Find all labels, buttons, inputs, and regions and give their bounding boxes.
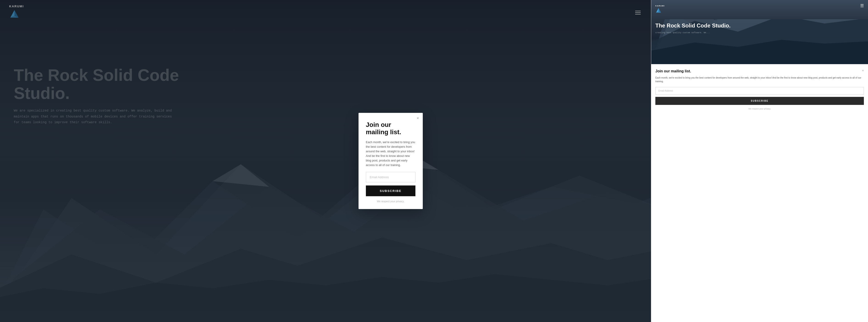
mobile-modal-title: Join our mailing list. [655, 69, 864, 73]
modal-close-button[interactable]: × [416, 116, 419, 120]
mobile-subscribe-button[interactable]: SUBSCRIBE [655, 97, 864, 105]
modal-email-input[interactable] [366, 172, 415, 182]
modal-title: Join our mailing list. [366, 121, 415, 136]
mobile-logo-text: KARUMI [655, 5, 665, 7]
mobile-hero-subtitle: creating best quality custom software. W… [655, 31, 864, 35]
mobile-modal-close-button[interactable]: × [862, 69, 864, 72]
mobile-hero: KARUMI ☰ The Rock Solid Code Studio. cre… [651, 0, 868, 64]
mobile-nav: KARUMI ☰ [651, 0, 868, 18]
mobile-modal-description: Each month, we're excited to bring you t… [655, 76, 864, 83]
mailing-list-modal: × Join our mailing list. Each month, we'… [359, 113, 423, 209]
mobile-panel: KARUMI ☰ The Rock Solid Code Studio. cre… [651, 0, 868, 322]
modal-overlay[interactable]: × Join our mailing list. Each month, we'… [0, 0, 651, 322]
modal-subscribe-button[interactable]: SUBSCRIBE [366, 185, 415, 196]
mobile-frame: KARUMI ☰ The Rock Solid Code Studio. cre… [651, 0, 868, 322]
mobile-email-input[interactable] [655, 87, 864, 95]
mobile-hero-title: The Rock Solid Code Studio. [655, 23, 864, 29]
desktop-panel: KARUMI The Rock Solid Code Studio. We ar… [0, 0, 651, 322]
mobile-hero-content: The Rock Solid Code Studio. creating bes… [651, 18, 868, 39]
mobile-logo: KARUMI [655, 3, 665, 15]
mobile-logo-icon [655, 7, 665, 15]
mobile-privacy-text: We respect your privacy. [655, 108, 864, 110]
mobile-mailing-modal: × Join our mailing list. Each month, we'… [651, 64, 868, 322]
modal-description: Each month, we're excited to bring you t… [366, 140, 415, 168]
mobile-hamburger-menu[interactable]: ☰ [860, 3, 864, 8]
modal-privacy-text: We respect your privacy. [366, 200, 415, 203]
